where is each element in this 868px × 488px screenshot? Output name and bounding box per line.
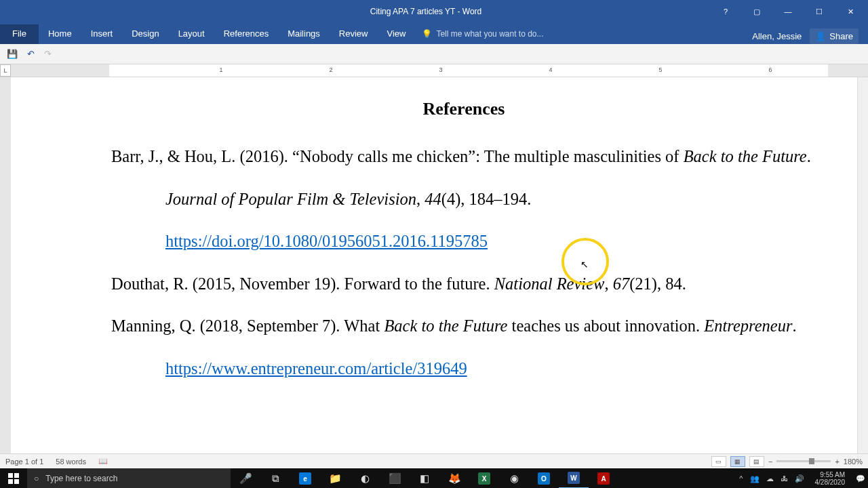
close-button[interactable]: ✕ xyxy=(841,5,860,18)
zoom-slider[interactable] xyxy=(776,460,831,462)
start-button[interactable] xyxy=(0,473,27,484)
entrepreneur-link[interactable]: https://www.entrepreneur.com/article/319… xyxy=(165,359,467,378)
firefox-icon[interactable]: 🦊 xyxy=(439,468,469,488)
undo-button[interactable]: ↶ xyxy=(27,49,35,59)
save-button[interactable]: 💾 xyxy=(7,49,18,59)
ref-italic: Back to the Future xyxy=(684,147,807,165)
outlook-icon[interactable]: O xyxy=(529,468,559,488)
tab-references[interactable]: References xyxy=(214,24,278,44)
heading-references: References xyxy=(111,87,816,131)
excel-icon[interactable]: X xyxy=(469,468,499,488)
ref-italic: 44 xyxy=(425,190,441,208)
clock-time: 9:55 AM xyxy=(815,471,846,479)
clock-date: 4/28/2020 xyxy=(815,479,846,486)
help-icon[interactable]: ? xyxy=(716,5,735,18)
zoom-in-button[interactable]: + xyxy=(835,458,839,466)
acrobat-icon[interactable]: A xyxy=(589,468,618,488)
reference-entry: Barr, J., & Hou, L. (2016). “Nobody call… xyxy=(111,136,816,262)
taskbar-search[interactable]: ○ Type here to search xyxy=(27,468,231,488)
mic-icon[interactable]: 🎤 xyxy=(231,468,260,488)
redo-button[interactable]: ↷ xyxy=(44,49,52,59)
zoom-level[interactable]: 180% xyxy=(844,458,863,466)
ref-italic: National Review xyxy=(494,274,605,293)
title-bar: Citing APA 7 articles YT - Word ? ▢ — ☐ … xyxy=(0,0,868,23)
tab-home[interactable]: Home xyxy=(39,24,81,44)
lightbulb-icon: 💡 xyxy=(422,29,432,39)
windows-taskbar: ○ Type here to search 🎤 ⧉ e 📁 ◐ ⬛ ◧ 🦊 X … xyxy=(0,468,868,488)
ruler-tick: 2 xyxy=(329,66,332,73)
tab-design[interactable]: Design xyxy=(122,24,168,44)
tab-mailings[interactable]: Mailings xyxy=(278,24,330,44)
people-icon[interactable]: 👥 xyxy=(750,474,760,483)
maximize-button[interactable]: ☐ xyxy=(810,5,829,18)
file-explorer-icon[interactable]: 📁 xyxy=(320,468,350,488)
share-label: Share xyxy=(829,31,853,41)
tell-me-search[interactable]: 💡 Tell me what you want to do... xyxy=(415,25,550,44)
ruler-tick: 4 xyxy=(549,66,552,73)
tab-view[interactable]: View xyxy=(377,24,415,44)
tab-selector[interactable]: L xyxy=(0,64,11,77)
minimize-button[interactable]: — xyxy=(778,5,797,18)
horizontal-ruler[interactable]: L 1 2 3 4 5 6 xyxy=(0,64,868,77)
ref-italic: Back to the Future xyxy=(384,317,507,335)
document-body[interactable]: References Barr, J., & Hou, L. (2016). “… xyxy=(11,87,857,390)
ref-text: , xyxy=(604,274,612,293)
window-title: Citing APA 7 articles YT - Word xyxy=(136,7,716,16)
vertical-scrollbar[interactable] xyxy=(857,77,868,453)
network-icon[interactable]: 🖧 xyxy=(781,474,788,483)
share-icon: 👤 xyxy=(815,31,826,41)
ref-italic: 67 xyxy=(613,274,630,293)
ref-text: Manning, Q. (2018, September 7). What xyxy=(111,317,384,335)
page-indicator[interactable]: Page 1 of 1 xyxy=(5,458,43,466)
ref-text: , xyxy=(416,190,425,208)
document-area: References Barr, J., & Hou, L. (2016). “… xyxy=(0,77,868,453)
app-icon[interactable]: ◐ xyxy=(350,468,380,488)
ref-text: . xyxy=(793,317,797,335)
ref-text: Barr, J., & Hou, L. (2016). “Nobody call… xyxy=(111,147,684,165)
ref-text: (21), 84. xyxy=(629,274,686,293)
ribbon-display-icon[interactable]: ▢ xyxy=(747,5,766,18)
ref-text: . xyxy=(807,147,811,165)
share-button[interactable]: 👤 Share xyxy=(810,28,859,44)
tab-layout[interactable]: Layout xyxy=(169,24,214,44)
ref-text: (4), 184–194. xyxy=(441,190,532,208)
tab-review[interactable]: Review xyxy=(330,24,378,44)
search-placeholder: Type here to search xyxy=(45,474,117,483)
quick-access-toolbar: 💾 ↶ ↷ xyxy=(0,44,868,64)
edge-icon[interactable]: e xyxy=(290,468,320,488)
notifications-icon[interactable]: 💬 xyxy=(856,474,865,483)
user-name[interactable]: Allen, Jessie xyxy=(752,31,802,41)
reference-entry: Manning, Q. (2018, September 7). What Ba… xyxy=(111,305,816,390)
volume-icon[interactable]: 🔊 xyxy=(795,474,804,483)
task-view-button[interactable]: ⧉ xyxy=(260,468,290,488)
svg-rect-2 xyxy=(8,479,13,484)
ribbon: File Home Insert Design Layout Reference… xyxy=(0,23,868,44)
tray-expand-icon[interactable]: ^ xyxy=(739,474,743,483)
svg-rect-0 xyxy=(8,473,13,478)
svg-rect-3 xyxy=(14,479,19,484)
read-mode-button[interactable]: ▭ xyxy=(711,456,726,467)
onedrive-icon[interactable]: ☁ xyxy=(766,474,774,483)
ref-text: teaches us about innovation. xyxy=(507,317,704,335)
word-count[interactable]: 58 words xyxy=(56,458,86,466)
web-layout-button[interactable]: ▤ xyxy=(749,456,764,467)
chrome-icon[interactable]: ◉ xyxy=(499,468,529,488)
tab-file[interactable]: File xyxy=(0,24,39,44)
status-bar: Page 1 of 1 58 words 📖 ▭ ▦ ▤ − + 180% xyxy=(0,453,868,468)
cortana-icon: ○ xyxy=(34,474,39,483)
proofing-icon[interactable]: 📖 xyxy=(98,457,108,466)
vertical-ruler[interactable] xyxy=(0,77,11,453)
print-layout-button[interactable]: ▦ xyxy=(730,456,745,467)
doi-link[interactable]: https://doi.org/10.1080/01956051.2016.11… xyxy=(165,232,488,250)
page[interactable]: References Barr, J., & Hou, L. (2016). “… xyxy=(11,77,857,453)
zoom-out-button[interactable]: − xyxy=(768,458,772,466)
system-clock[interactable]: 9:55 AM 4/28/2020 xyxy=(811,471,850,486)
ruler-tick: 3 xyxy=(439,66,442,73)
app-icon[interactable]: ◧ xyxy=(410,468,439,488)
tab-insert[interactable]: Insert xyxy=(81,24,123,44)
ref-italic: Entrepreneur xyxy=(704,317,792,335)
ruler-tick: 5 xyxy=(658,66,662,73)
word-icon[interactable]: W xyxy=(559,468,589,488)
ref-text: Douthat, R. (2015, November 19). Forward… xyxy=(111,274,494,293)
app-icon[interactable]: ⬛ xyxy=(380,468,410,488)
